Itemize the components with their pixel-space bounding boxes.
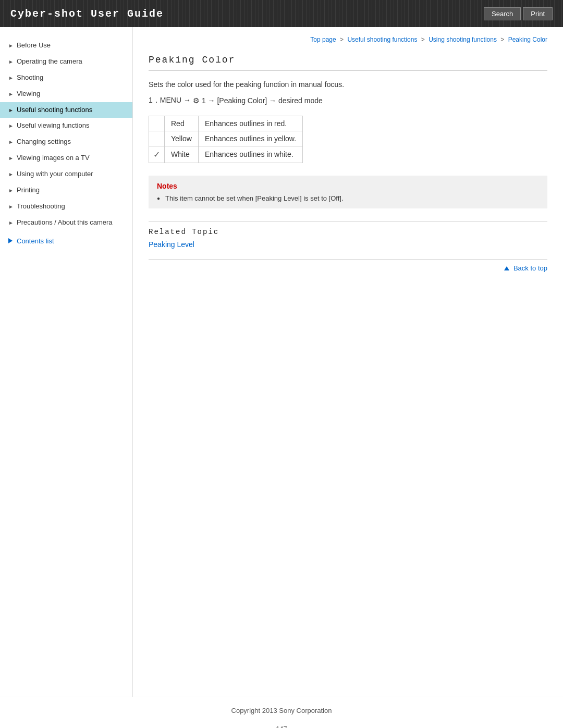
sidebar-item-viewing[interactable]: ► Viewing xyxy=(0,86,132,102)
app-title: Cyber-shot User Guide xyxy=(10,8,164,20)
sidebar-item-changing-settings[interactable]: ► Changing settings xyxy=(0,134,132,150)
arrow-icon: ► xyxy=(8,187,14,194)
arrow-icon: ► xyxy=(8,42,14,49)
table-row: Red Enhances outlines in red. xyxy=(149,116,303,131)
search-button[interactable]: Search xyxy=(484,7,521,20)
related-topic-link[interactable]: Peaking Level xyxy=(149,240,194,249)
page-title: Peaking Color xyxy=(149,55,547,71)
sidebar-item-label: Shooting xyxy=(17,73,43,82)
sidebar-item-label: Useful shooting functions xyxy=(17,106,92,115)
breadcrumb-using-shooting[interactable]: Using shooting functions xyxy=(429,36,497,43)
related-topic-section: Related Topic Peaking Level xyxy=(149,221,547,249)
gear-icon: ⚙ xyxy=(193,96,200,105)
sidebar-item-computer[interactable]: ► Using with your computer xyxy=(0,166,132,182)
sidebar-item-label: Using with your computer xyxy=(17,170,93,179)
breadcrumb-sep-1: > xyxy=(340,36,344,43)
sidebar: ► Before Use ► Operating the camera ► Sh… xyxy=(0,27,133,697)
sidebar-item-label: Changing settings xyxy=(17,138,71,146)
page-description: Sets the color used for the peaking func… xyxy=(149,80,547,89)
back-to-top-row: Back to top xyxy=(149,259,547,272)
sidebar-item-label: Precautions / About this camera xyxy=(17,218,113,227)
table-icon-cell xyxy=(149,116,165,131)
sidebar-item-shooting[interactable]: ► Shooting xyxy=(0,70,132,86)
breadcrumb-top[interactable]: Top page xyxy=(310,36,336,43)
arrow-icon: ► xyxy=(8,122,14,129)
back-to-top-link[interactable]: Back to top xyxy=(504,264,547,272)
back-to-top-label: Back to top xyxy=(513,264,547,272)
breadcrumb: Top page > Useful shooting functions > U… xyxy=(149,35,547,44)
triangle-icon xyxy=(504,266,509,270)
sidebar-item-viewing-tv[interactable]: ► Viewing images on a TV xyxy=(0,150,132,166)
sidebar-item-label: Operating the camera xyxy=(17,57,82,66)
breadcrumb-current: Peaking Color xyxy=(508,36,547,43)
contents-list-link[interactable]: Contents list xyxy=(0,231,132,247)
notes-item: This item cannot be set when [Peaking Le… xyxy=(157,194,539,202)
arrow-icon: ► xyxy=(8,75,14,81)
table-icon-cell xyxy=(149,131,165,146)
sidebar-item-printing[interactable]: ► Printing xyxy=(0,182,132,199)
instruction-text-2: 1 → [Peaking Color] → desired mode xyxy=(202,96,323,105)
table-option-desc: Enhances outlines in yellow. xyxy=(198,131,302,146)
arrow-icon: ► xyxy=(8,139,14,145)
arrow-right-icon xyxy=(8,238,13,243)
arrow-icon: ► xyxy=(8,219,14,226)
sidebar-item-label: Useful viewing functions xyxy=(17,121,89,130)
page-number: 147 xyxy=(0,720,563,728)
notes-box: Notes This item cannot be set when [Peak… xyxy=(149,176,547,208)
sidebar-item-label: Printing xyxy=(17,186,40,195)
copyright: Copyright 2013 Sony Corporation xyxy=(231,707,332,714)
breadcrumb-sep-3: > xyxy=(500,36,504,43)
header-buttons: Search Print xyxy=(484,7,553,20)
notes-title: Notes xyxy=(157,182,539,190)
sidebar-item-label: Viewing xyxy=(17,90,40,98)
sidebar-item-useful-shooting[interactable]: ► Useful shooting functions xyxy=(0,102,132,118)
sidebar-item-label: Viewing images on a TV xyxy=(17,154,90,163)
main-content: Top page > Useful shooting functions > U… xyxy=(133,27,563,697)
arrow-icon: ► xyxy=(8,58,14,65)
sidebar-item-label: Troubleshooting xyxy=(17,202,65,211)
table-row: ✓ White Enhances outlines in white. xyxy=(149,146,303,163)
table-row: Yellow Enhances outlines in yellow. xyxy=(149,131,303,146)
options-table: Red Enhances outlines in red. Yellow Enh… xyxy=(149,116,303,163)
instruction-text: 1．MENU → xyxy=(149,96,191,105)
arrow-icon: ► xyxy=(8,91,14,97)
contents-link-label: Contents list xyxy=(17,237,54,245)
breadcrumb-sep-2: > xyxy=(421,36,425,43)
checkmark-icon: ✓ xyxy=(153,150,160,159)
table-option-desc: Enhances outlines in white. xyxy=(198,146,302,163)
menu-instruction: 1．MENU → ⚙ 1 → [Peaking Color] → desired… xyxy=(149,96,547,105)
table-icon-cell: ✓ xyxy=(149,146,165,163)
table-option-name: Red xyxy=(165,116,199,131)
arrow-icon: ► xyxy=(8,203,14,210)
related-topic-title: Related Topic xyxy=(149,228,547,236)
sidebar-item-before-use[interactable]: ► Before Use xyxy=(0,38,132,54)
sidebar-item-label: Before Use xyxy=(17,41,51,50)
sidebar-item-useful-viewing[interactable]: ► Useful viewing functions xyxy=(0,118,132,134)
table-option-desc: Enhances outlines in red. xyxy=(198,116,302,131)
print-button[interactable]: Print xyxy=(523,7,553,20)
arrow-icon: ► xyxy=(8,171,14,178)
arrow-icon: ► xyxy=(8,155,14,162)
table-option-name: White xyxy=(165,146,199,163)
breadcrumb-useful-shooting[interactable]: Useful shooting functions xyxy=(347,36,417,43)
footer: Copyright 2013 Sony Corporation xyxy=(0,697,563,720)
header: Cyber-shot User Guide Search Print xyxy=(0,0,563,27)
table-option-name: Yellow xyxy=(165,131,199,146)
sidebar-item-operating[interactable]: ► Operating the camera xyxy=(0,54,132,70)
sidebar-item-precautions[interactable]: ► Precautions / About this camera xyxy=(0,215,132,231)
main-layout: ► Before Use ► Operating the camera ► Sh… xyxy=(0,27,563,697)
arrow-icon: ► xyxy=(8,107,14,114)
sidebar-item-troubleshooting[interactable]: ► Troubleshooting xyxy=(0,199,132,215)
